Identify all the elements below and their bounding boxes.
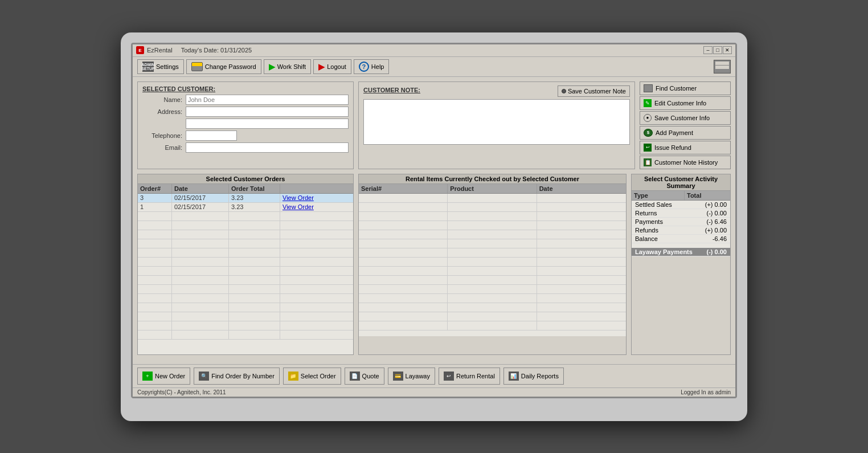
email-label: Email: [142,144,182,151]
note-textarea[interactable] [363,99,630,145]
orders-table-body: 3 02/15/2017 3.23 View Order 1 02/15/201… [138,194,353,354]
settings-button[interactable]: ADMINSETUP Settings [137,59,184,74]
issue-refund-button[interactable]: ↩ Issue Refund [640,141,731,154]
activity-type: Balance [635,235,658,242]
rental-panel-title: Rental Items Currently Checked out by Se… [359,174,626,184]
add-payment-icon: $ [644,129,653,137]
rental-col-date: Date [537,184,626,193]
maximize-button[interactable]: □ [713,46,722,54]
order-total: 3.23 [229,194,280,202]
settings-icon: ADMINSETUP [142,62,154,72]
order-date: 02/15/2017 [172,203,229,211]
table-row [138,267,353,276]
table-row [138,330,353,340]
work-shift-icon: ▶ [269,62,275,71]
table-row [138,258,353,267]
table-row [138,230,353,239]
layaway-row: Layaway Payments (-) 0.00 [632,248,730,256]
activity-col-type: Type [632,191,685,200]
titlebar: E EzRental Today's Date: 01/31/2025 – □ … [133,44,735,57]
copyright-text: Copyrights(C) - Agnitech, Inc. 2011 [137,389,226,395]
table-row [359,248,626,258]
view-order-link[interactable]: View Order [280,203,353,211]
find-order-button[interactable]: 🔍 Find Order By Number [194,368,280,385]
customer-note-panel: CUSTOMER NOTE: Save Customer Note [358,81,635,169]
address-row1: Address: [142,107,349,117]
activity-panel-title: Select Customer Activity Summary [632,174,730,191]
note-header: CUSTOMER NOTE: Save Customer Note [363,85,630,97]
address-input-1[interactable] [186,107,349,117]
order-num: 1 [138,203,172,211]
orders-panel-title: Selected Customer Orders [138,174,353,184]
quote-icon: 📄 [350,372,360,381]
middle-section: Selected Customer Orders Order# Date Ord… [137,174,731,355]
activity-panel: Select Customer Activity Summary Type To… [631,174,731,355]
table-row [359,267,626,276]
table-row [138,285,353,294]
note-section-label: CUSTOMER NOTE: [363,87,420,93]
save-note-button[interactable]: Save Customer Note [558,85,630,97]
logout-button[interactable]: ▶ Logout [313,59,351,74]
activity-row: Settled Sales (+) 0.00 [632,201,730,209]
close-button[interactable]: ✕ [723,46,732,54]
save-note-dot [562,89,566,93]
save-customer-icon: ● [644,114,652,122]
add-payment-button[interactable]: $ Add Payment [640,126,731,140]
table-row: 3 02/15/2017 3.23 View Order [138,194,353,203]
note-history-icon: 📋 [644,158,652,166]
customer-note-history-button[interactable]: 📋 Customer Note History [640,156,731,169]
change-password-button[interactable]: Change Password [186,59,261,74]
activity-table-body: Settled Sales (+) 0.00 Returns (-) 0.00 … [632,201,730,256]
activity-type: Payments [635,218,663,225]
save-customer-button[interactable]: ● Save Customer Info [640,111,731,125]
return-rental-button[interactable]: ↩ Return Rental [439,368,500,385]
email-input[interactable] [186,142,349,153]
statusbar: Copyrights(C) - Agnitech, Inc. 2011 Logg… [133,387,735,397]
orders-empty-space [138,212,353,354]
view-order-link[interactable]: View Order [280,194,353,202]
daily-reports-icon: 📊 [509,372,519,381]
name-input[interactable] [186,95,349,105]
daily-reports-button[interactable]: 📊 Daily Reports [503,368,564,385]
activity-row: Refunds (+) 0.00 [632,226,730,235]
new-order-button[interactable]: + New Order [137,368,190,385]
address-input-2[interactable] [186,119,349,129]
edit-customer-button[interactable]: ✎ Edit Customer Info [640,96,731,110]
table-row [359,321,626,330]
find-customer-icon [644,84,653,92]
activity-row: Balance -6.46 [632,235,730,243]
find-order-icon: 🔍 [199,372,209,381]
app-icon: E [136,46,144,54]
activity-total: -6.46 [713,235,727,242]
table-row [359,258,626,267]
table-row [359,285,626,294]
bottom-toolbar: + New Order 🔍 Find Order By Number 📁 Sel… [133,364,735,387]
help-button[interactable]: ? Help [354,59,390,74]
activity-total: (-) 0.00 [707,210,727,217]
minimize-button[interactable]: – [703,46,713,54]
select-order-button[interactable]: 📁 Select Order [283,368,341,385]
table-row [359,203,626,212]
work-shift-button[interactable]: ▶ Work Shift [264,59,312,74]
telephone-row: Telephone: [142,130,349,141]
address-row2 [142,119,349,129]
top-section: SELECTED CUSTOMER: Name: Address: T [137,81,731,169]
main-content: SELECTED CUSTOMER: Name: Address: T [133,77,735,364]
change-password-icon [191,62,203,71]
quote-button[interactable]: 📄 Quote [345,368,384,385]
activity-total: (+) 0.00 [705,227,727,234]
table-row [138,294,353,303]
logged-in-text: Logged In as admin [681,389,731,395]
layaway-button[interactable]: 💳 Layaway [388,368,435,385]
activity-total: (-) 6.46 [707,218,727,225]
table-row [138,239,353,248]
customer-section-label: SELECTED CUSTOMER: [142,85,349,92]
table-row [138,248,353,258]
telephone-label: Telephone: [142,132,182,139]
find-customer-button[interactable]: Find Customer [640,81,731,95]
order-total: 3.23 [229,203,280,211]
edit-customer-icon: ✎ [644,99,652,107]
activity-type: Returns [635,210,657,217]
telephone-input[interactable] [186,130,237,141]
order-date: 02/15/2017 [172,194,229,202]
